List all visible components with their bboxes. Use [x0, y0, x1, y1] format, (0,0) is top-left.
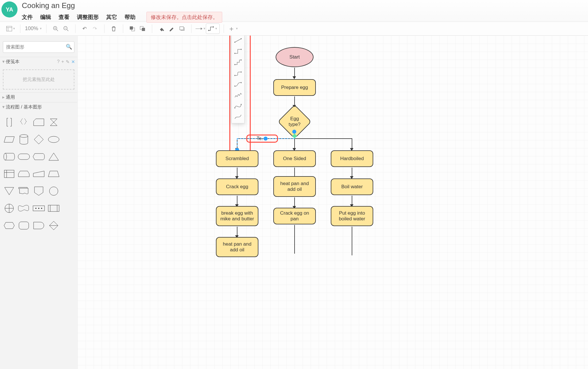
- shape-sort[interactable]: [47, 219, 60, 232]
- node-put-egg-water[interactable]: Put egg into boiled water: [331, 206, 373, 226]
- svg-point-33: [38, 208, 39, 209]
- shape-parallelogram[interactable]: [3, 133, 15, 146]
- svg-point-44: [241, 49, 242, 50]
- shape-brace[interactable]: [18, 116, 30, 129]
- shape-empty6[interactable]: [62, 202, 74, 215]
- zoom-in-button[interactable]: [51, 24, 61, 34]
- shape-triangle[interactable]: [47, 150, 60, 163]
- shape-empty7[interactable]: [62, 219, 74, 232]
- insert-button[interactable]: ＋▼: [228, 24, 238, 34]
- menu-file[interactable]: 文件: [22, 13, 33, 21]
- waypoint-opt-jagged[interactable]: [232, 90, 244, 100]
- avatar[interactable]: YA: [1, 1, 18, 18]
- shape-display[interactable]: [32, 150, 45, 163]
- shape-predefined[interactable]: [32, 202, 45, 215]
- shape-offpage[interactable]: [32, 185, 45, 197]
- shape-tape[interactable]: [18, 202, 30, 215]
- shape-rounded-rect[interactable]: [18, 219, 30, 232]
- shape-hourglass[interactable]: [47, 116, 60, 129]
- waypoint-opt-straight[interactable]: [232, 36, 244, 45]
- undo-button[interactable]: ↶: [80, 24, 90, 34]
- waypoint-opt-spline[interactable]: [232, 79, 244, 89]
- search-input[interactable]: [3, 41, 74, 53]
- shape-merge[interactable]: [3, 185, 15, 197]
- node-boil-water[interactable]: Boil water: [331, 178, 373, 195]
- scratchpad-add-icon[interactable]: +: [61, 59, 64, 65]
- waypoint-opt-curved[interactable]: [232, 101, 244, 110]
- scratchpad-edit-icon[interactable]: ✎: [66, 59, 69, 65]
- node-heat-pan[interactable]: heat pan and add oil: [273, 176, 316, 197]
- node-onesided[interactable]: One Sided: [273, 150, 316, 167]
- scratchpad-section[interactable]: ▾ 便笺本 ? + ✎ ✕: [0, 57, 77, 67]
- scratchpad-close-icon[interactable]: ✕: [71, 59, 75, 65]
- menu-help[interactable]: 帮助: [125, 13, 136, 21]
- node-prepare[interactable]: Prepare egg: [273, 79, 316, 96]
- zoom-level[interactable]: 100%: [25, 26, 38, 32]
- search-icon: 🔍: [66, 44, 72, 50]
- flowchart-section[interactable]: ▾ 流程图 / 基本图形: [0, 102, 77, 112]
- svg-line-4: [57, 30, 58, 31]
- waypoint-opt-orth-split[interactable]: [232, 58, 244, 67]
- to-back-button[interactable]: [138, 24, 148, 34]
- canvas[interactable]: Start Prepare egg Egg type? Te. Scramble…: [78, 36, 588, 369]
- waypoint-opt-orthogonal[interactable]: [232, 47, 244, 56]
- menu-edit[interactable]: 编辑: [40, 13, 51, 21]
- svg-rect-24: [4, 170, 14, 178]
- shape-internal-storage[interactable]: [3, 168, 15, 180]
- shape-cylinder-horiz[interactable]: [3, 150, 15, 163]
- node-crack-on-pan[interactable]: Crack egg on pan: [273, 208, 316, 224]
- menu-arrange[interactable]: 调整图形: [77, 13, 99, 21]
- shape-empty5[interactable]: [62, 185, 74, 197]
- edge-label-handle[interactable]: [264, 137, 268, 141]
- to-back-icon: [140, 26, 146, 31]
- shape-manual-input[interactable]: [32, 168, 45, 180]
- shape-bracket[interactable]: [3, 116, 15, 129]
- waypoint-opt-smooth[interactable]: [232, 112, 244, 121]
- shape-hexagon[interactable]: [3, 219, 15, 232]
- shape-subroutine[interactable]: [47, 202, 60, 215]
- line-color-button[interactable]: [167, 24, 177, 34]
- zoom-out-button[interactable]: [61, 24, 71, 34]
- save-warning-button[interactable]: 修改未保存。点击此处保存。: [146, 12, 222, 23]
- document-title[interactable]: Cooking an Egg: [22, 1, 222, 10]
- redo-button[interactable]: ↷: [90, 24, 100, 34]
- shape-ellipse[interactable]: [47, 133, 60, 146]
- edge-endpoint-source[interactable]: [292, 130, 296, 134]
- general-section[interactable]: ▸ 通用: [0, 92, 77, 102]
- shape-empty4[interactable]: [62, 168, 74, 180]
- shape-circle[interactable]: [47, 185, 60, 197]
- shape-multi-doc[interactable]: [18, 185, 30, 197]
- shape-card[interactable]: [32, 116, 45, 129]
- shape-delay[interactable]: [32, 219, 45, 232]
- node-crack-egg[interactable]: Crack egg: [216, 178, 258, 195]
- shape-database[interactable]: [18, 133, 30, 146]
- menu-view[interactable]: 查看: [59, 13, 69, 21]
- node-heat-pan-2[interactable]: heat pan and add oil: [216, 237, 258, 257]
- node-start[interactable]: Start: [276, 47, 314, 67]
- waypoints-button[interactable]: ▼: [206, 24, 220, 34]
- fill-color-button[interactable]: [156, 24, 167, 34]
- zoom-caret-icon[interactable]: ▼: [39, 27, 42, 30]
- shadow-button[interactable]: [177, 24, 187, 34]
- shape-terminator[interactable]: [18, 150, 30, 163]
- shape-empty2[interactable]: [62, 133, 74, 146]
- shape-empty3[interactable]: [62, 150, 74, 163]
- selected-edge-label[interactable]: Te.: [257, 136, 263, 141]
- node-hardboiled[interactable]: Hardboiled: [331, 150, 373, 167]
- panels-toggle-button[interactable]: ▼: [6, 24, 16, 34]
- menu-extras[interactable]: 其它: [106, 13, 117, 21]
- shape-diamond[interactable]: [32, 133, 45, 146]
- shape-or[interactable]: [3, 202, 15, 215]
- scratchpad-help-icon[interactable]: ?: [57, 59, 60, 65]
- shape-empty1[interactable]: [62, 116, 74, 129]
- to-front-button[interactable]: [127, 24, 138, 34]
- svg-point-42: [241, 38, 242, 39]
- shape-trapezoid[interactable]: [47, 168, 60, 180]
- node-break-egg[interactable]: break egg with mike and butter: [216, 206, 258, 226]
- node-scrambled[interactable]: Scrambled: [216, 150, 258, 167]
- delete-button[interactable]: [109, 24, 119, 34]
- scratchpad-drop[interactable]: 把元素拖至此处: [3, 69, 74, 90]
- connection-style-button[interactable]: ▼: [196, 24, 206, 34]
- shape-loop-limit[interactable]: [18, 168, 30, 180]
- waypoint-opt-orth-rounded[interactable]: [232, 69, 244, 78]
